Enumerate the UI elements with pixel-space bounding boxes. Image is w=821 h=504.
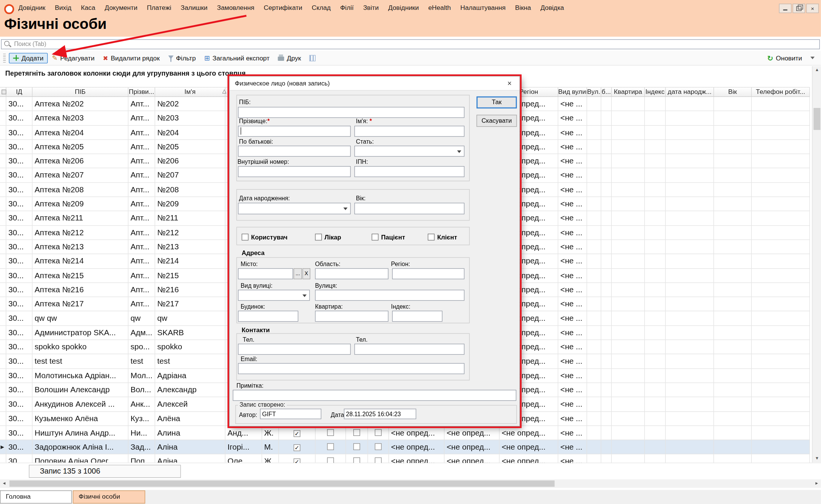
cell-b[interactable] (601, 397, 612, 412)
cell-id[interactable]: 30... (6, 383, 33, 398)
cell-im[interactable]: Алина (155, 426, 225, 440)
cell-vul[interactable] (587, 455, 601, 463)
cell-id[interactable]: 30... (6, 397, 33, 412)
tel1-input[interactable] (238, 344, 351, 355)
table-row[interactable]: 30Попович Аліна Олег...Поп...АлінаОле...… (0, 455, 810, 463)
ipn-input[interactable] (354, 166, 464, 177)
cell-idx[interactable] (645, 326, 666, 340)
cell-pib[interactable]: Аптека №207 (32, 168, 128, 183)
add-button[interactable]: Додати (9, 53, 48, 63)
cell-pib[interactable]: Аптека №202 (32, 97, 128, 111)
cell-vik[interactable] (714, 311, 752, 326)
cell-v[interactable]: <не ... (558, 283, 587, 297)
cell-b[interactable] (601, 426, 612, 440)
cell-m1[interactable]: <не опред... (389, 440, 445, 455)
cell-id[interactable]: 30... (6, 311, 33, 326)
cell-tel[interactable] (752, 154, 810, 169)
cell-idx[interactable] (645, 311, 666, 326)
cell-id[interactable]: 30... (6, 125, 33, 140)
cell-v[interactable]: <не ... (558, 154, 587, 169)
cell-vul[interactable] (587, 426, 601, 440)
cell-dn[interactable] (666, 383, 714, 398)
menu-item-5[interactable]: Платежі (142, 0, 176, 16)
cell-idx[interactable] (645, 97, 666, 111)
column-header-priz[interactable]: Прізви... (129, 87, 155, 96)
cell-b[interactable] (601, 154, 612, 169)
cell-idx[interactable] (645, 111, 666, 126)
cell-b[interactable] (601, 311, 612, 326)
cell-b[interactable] (601, 354, 612, 369)
cell-v[interactable]: <не ... (558, 97, 587, 111)
cell-dn[interactable] (666, 340, 714, 355)
cell-id[interactable]: 30... (6, 240, 33, 254)
cell-kv[interactable] (612, 183, 645, 197)
tel2-input[interactable] (354, 344, 464, 355)
cell-idx[interactable] (645, 397, 666, 412)
cell-id[interactable]: 30... (6, 183, 33, 197)
cell-m1[interactable]: <не опред... (389, 426, 445, 440)
cell-id[interactable]: 30... (6, 254, 33, 269)
cell-priz[interactable]: Апт... (129, 125, 155, 140)
menu-item-14[interactable]: Налаштування (456, 0, 510, 16)
cell-id[interactable]: 30... (6, 97, 33, 111)
cell-v[interactable]: <не ... (558, 455, 587, 463)
cell-id[interactable]: 30... (6, 354, 33, 369)
cell-idx[interactable] (645, 269, 666, 283)
region-input[interactable] (392, 268, 464, 279)
table-row[interactable]: ▶30...Задорожнюк Аліна І...Зад...АлінаІг… (0, 440, 810, 455)
cell-im[interactable]: №214 (155, 254, 225, 269)
cell-dn[interactable] (666, 154, 714, 169)
cell-ind[interactable] (0, 383, 6, 398)
cell-v[interactable]: <не ... (558, 369, 587, 383)
cell-idx[interactable] (645, 455, 666, 463)
cell-vul[interactable] (587, 340, 601, 355)
cell-vik[interactable] (714, 211, 752, 226)
cell-dn[interactable] (666, 197, 714, 211)
cell-dn[interactable] (666, 369, 714, 383)
cell-im[interactable]: spokko (155, 340, 225, 355)
cell-b[interactable] (601, 97, 612, 111)
cell-b[interactable] (601, 254, 612, 269)
cell-idx[interactable] (645, 211, 666, 226)
close-button[interactable]: × (806, 4, 819, 13)
cell-priz[interactable]: Анк... (129, 397, 155, 412)
cell-tel[interactable] (752, 111, 810, 126)
cell-tel[interactable] (752, 383, 810, 398)
cell-vik[interactable] (714, 412, 752, 426)
cell-c3[interactable] (346, 455, 368, 463)
cell-v[interactable]: <не ... (558, 297, 587, 312)
cell-tel[interactable] (752, 183, 810, 197)
author-input[interactable] (260, 409, 321, 419)
cell-vik[interactable] (714, 140, 752, 154)
cell-ind[interactable] (0, 412, 6, 426)
menu-item-9[interactable]: Склад (307, 0, 335, 16)
menu-item-4[interactable]: Документи (100, 0, 142, 16)
cell-pib[interactable]: Аптека №212 (32, 226, 128, 240)
cell-vik[interactable] (714, 369, 752, 383)
city-input[interactable] (238, 268, 293, 279)
cell-ind[interactable] (0, 183, 6, 197)
cell-id[interactable]: 30 (6, 455, 33, 463)
menu-item-16[interactable]: Довідка (536, 0, 569, 16)
cell-dn[interactable] (666, 283, 714, 297)
cell-dn[interactable] (666, 326, 714, 340)
cell-idx[interactable] (645, 283, 666, 297)
cell-ind[interactable] (0, 340, 6, 355)
cell-tel[interactable] (752, 197, 810, 211)
cell-b[interactable] (601, 369, 612, 383)
cell-b[interactable] (601, 283, 612, 297)
cell-tel[interactable] (752, 226, 810, 240)
cell-v[interactable]: <не ... (558, 197, 587, 211)
cell-tel[interactable] (752, 397, 810, 412)
current-row-indicator-icon[interactable]: ▶ (0, 440, 6, 455)
cell-b[interactable] (601, 197, 612, 211)
dialog-close-button[interactable]: × (502, 78, 517, 89)
menu-item-13[interactable]: eHealth (424, 0, 456, 16)
cell-kv[interactable] (612, 455, 645, 463)
cell-vik[interactable] (714, 426, 752, 440)
cell-dn[interactable] (666, 426, 714, 440)
cell-c1[interactable]: ✓ (279, 440, 315, 455)
cell-kv[interactable] (612, 354, 645, 369)
cell-id[interactable]: 30... (6, 283, 33, 297)
cell-dn[interactable] (666, 168, 714, 183)
